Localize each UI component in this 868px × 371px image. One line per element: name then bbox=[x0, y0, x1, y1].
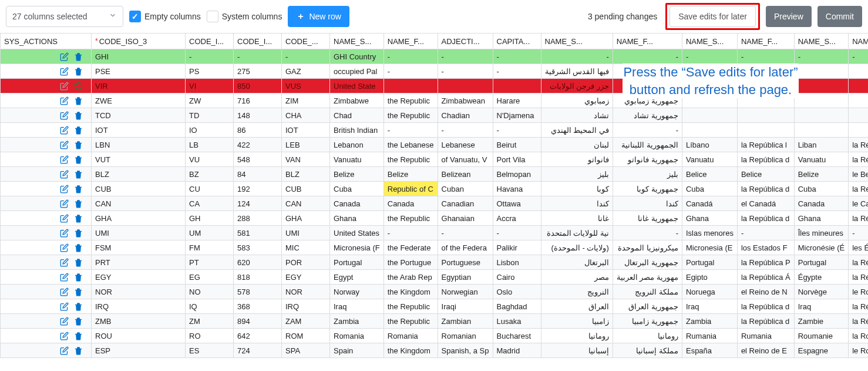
trash-icon[interactable] bbox=[73, 111, 83, 120]
table-cell[interactable]: ZM bbox=[186, 314, 234, 329]
table-cell[interactable]: رومانيا bbox=[613, 329, 682, 343]
columns-selector-dropdown[interactable]: 27 columns selected bbox=[6, 6, 123, 27]
table-cell[interactable]: جمهورية البرتغال bbox=[613, 255, 682, 270]
table-cell[interactable]: 275 bbox=[234, 64, 282, 79]
table-cell[interactable]: VUT bbox=[92, 152, 186, 167]
table-cell[interactable]: Vanuatu bbox=[330, 152, 384, 167]
table-cell[interactable]: the Kingdom bbox=[383, 285, 438, 299]
table-cell[interactable]: CUB bbox=[92, 182, 186, 196]
table-cell[interactable]: بليز bbox=[613, 167, 682, 182]
table-cell[interactable]: Rumania bbox=[682, 329, 737, 343]
table-cell[interactable]: VU bbox=[186, 152, 234, 167]
table-cell[interactable]: NO bbox=[186, 285, 234, 299]
table-cell[interactable]: ROM bbox=[282, 329, 330, 343]
table-cell[interactable]: the Federate bbox=[383, 240, 438, 255]
table-cell[interactable]: جمهورية تشاد bbox=[613, 108, 682, 123]
column-header[interactable]: NAME_F... bbox=[737, 34, 794, 49]
table-cell[interactable] bbox=[849, 64, 868, 79]
table-cell[interactable]: la République bbox=[849, 314, 868, 329]
table-cell[interactable]: العراق bbox=[541, 299, 613, 314]
table-cell[interactable]: 548 bbox=[234, 152, 282, 167]
table-cell[interactable]: el Canadá bbox=[737, 196, 794, 211]
table-cell[interactable]: Canada bbox=[794, 196, 848, 211]
table-cell[interactable]: la República d bbox=[737, 152, 794, 167]
table-cell[interactable] bbox=[794, 79, 848, 93]
table-cell[interactable]: زامبيا bbox=[541, 314, 613, 329]
table-cell[interactable]: 850 bbox=[234, 79, 282, 93]
table-cell[interactable]: Havana bbox=[493, 182, 541, 196]
edit-icon[interactable] bbox=[59, 81, 69, 91]
table-cell[interactable]: IRQ bbox=[92, 299, 186, 314]
table-cell[interactable]: - bbox=[682, 49, 737, 64]
edit-icon[interactable] bbox=[59, 213, 69, 223]
table-cell[interactable]: 422 bbox=[234, 138, 282, 152]
table-cell[interactable]: le Royaume d bbox=[849, 285, 868, 299]
table-cell[interactable]: - bbox=[383, 226, 438, 240]
table-cell[interactable]: 716 bbox=[234, 93, 282, 108]
table-cell[interactable]: the Republic bbox=[383, 108, 438, 123]
column-header[interactable]: NAME_F... bbox=[849, 34, 868, 49]
trash-icon[interactable] bbox=[73, 258, 83, 267]
table-cell[interactable]: Port Vila bbox=[493, 152, 541, 167]
table-cell[interactable]: la Roumanie bbox=[849, 329, 868, 343]
table-cell[interactable]: Micronesia (F bbox=[330, 240, 384, 255]
edit-icon[interactable] bbox=[59, 184, 69, 193]
table-cell[interactable]: 192 bbox=[234, 182, 282, 196]
table-cell[interactable]: Chadian bbox=[438, 108, 493, 123]
table-cell[interactable]: IO bbox=[186, 123, 234, 138]
table-cell[interactable]: occupied Pal bbox=[330, 64, 384, 79]
table-cell[interactable]: Belize bbox=[794, 167, 848, 182]
table-cell[interactable]: the Lebanese bbox=[383, 138, 438, 152]
table-cell[interactable]: Beirut bbox=[493, 138, 541, 152]
trash-icon[interactable] bbox=[73, 96, 83, 105]
table-cell[interactable]: في المحيط الهندي bbox=[541, 123, 613, 138]
table-cell[interactable]: جزر فرجن الولايات bbox=[541, 79, 613, 93]
table-cell[interactable]: Spanish, a Sp bbox=[438, 343, 493, 358]
table-cell[interactable]: Romania bbox=[330, 329, 384, 343]
table-cell[interactable]: la República d bbox=[737, 299, 794, 314]
table-cell[interactable]: GAZ bbox=[282, 64, 330, 79]
table-cell[interactable] bbox=[849, 108, 868, 123]
table-cell[interactable]: la República d bbox=[737, 314, 794, 329]
table-cell[interactable]: Iraq bbox=[794, 299, 848, 314]
table-cell[interactable]: GHI bbox=[92, 49, 186, 64]
table-cell[interactable]: Lusaka bbox=[493, 314, 541, 329]
table-cell[interactable]: 148 bbox=[234, 108, 282, 123]
table-cell[interactable]: el Reino de N bbox=[737, 285, 794, 299]
table-cell[interactable]: Cuba bbox=[682, 182, 737, 196]
table-cell[interactable]: Noruega bbox=[682, 285, 737, 299]
table-cell[interactable]: - bbox=[613, 49, 682, 64]
table-cell[interactable]: Egipto bbox=[682, 270, 737, 285]
table-cell[interactable]: ROU bbox=[92, 329, 186, 343]
table-cell[interactable]: ZIM bbox=[282, 93, 330, 108]
table-cell[interactable]: - bbox=[737, 49, 794, 64]
table-cell[interactable]: Iraqi bbox=[438, 299, 493, 314]
trash-icon[interactable] bbox=[73, 52, 83, 61]
table-cell[interactable]: of Vanuatu, V bbox=[438, 152, 493, 167]
table-cell[interactable]: Oslo bbox=[493, 285, 541, 299]
table-cell[interactable]: جمهورية كوبا bbox=[613, 182, 682, 196]
table-cell[interactable]: Vanuatu bbox=[682, 152, 737, 167]
table-cell[interactable]: BZ bbox=[186, 167, 234, 182]
table-cell[interactable]: فيها القدس الشرقية bbox=[541, 64, 613, 79]
table-cell[interactable] bbox=[493, 79, 541, 93]
edit-icon[interactable] bbox=[59, 228, 69, 238]
table-cell[interactable]: كوبا bbox=[541, 182, 613, 196]
table-cell[interactable]: PSE bbox=[92, 64, 186, 79]
table-cell[interactable]: ZAM bbox=[282, 314, 330, 329]
table-cell[interactable] bbox=[737, 123, 794, 138]
edit-icon[interactable] bbox=[59, 169, 69, 179]
trash-icon[interactable] bbox=[73, 199, 83, 208]
table-cell[interactable]: la République bbox=[849, 255, 868, 270]
table-cell[interactable]: VIR bbox=[92, 79, 186, 93]
column-header[interactable]: CODE_I... bbox=[186, 34, 234, 49]
table-cell[interactable]: النرويج bbox=[541, 285, 613, 299]
edit-icon[interactable] bbox=[59, 140, 69, 149]
table-cell[interactable]: Ghanaian bbox=[438, 211, 493, 226]
trash-icon[interactable] bbox=[73, 184, 83, 193]
table-cell[interactable]: غانا bbox=[541, 211, 613, 226]
table-cell[interactable]: 642 bbox=[234, 329, 282, 343]
table-cell[interactable]: Portugal bbox=[794, 255, 848, 270]
table-cell[interactable]: Zambian bbox=[438, 314, 493, 329]
edit-icon[interactable] bbox=[59, 96, 69, 105]
